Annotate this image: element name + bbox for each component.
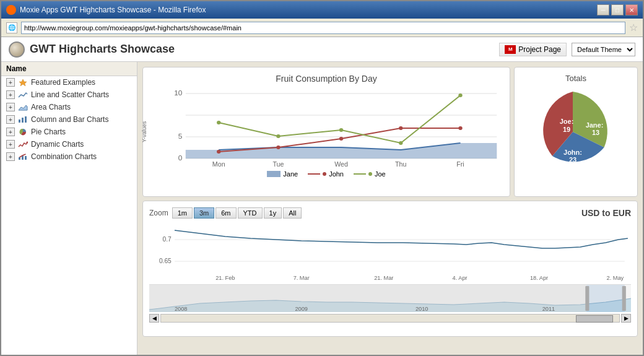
svg-text:Wed: Wed bbox=[334, 161, 348, 168]
scrollbar: ◀ ▶ bbox=[149, 314, 631, 323]
fruit-chart-panel: Fruit Consumption By Day Y-values bbox=[142, 67, 510, 197]
svg-point-30 bbox=[339, 128, 343, 132]
svg-point-32 bbox=[458, 93, 462, 97]
firefox-icon bbox=[6, 5, 16, 15]
svg-rect-7 bbox=[19, 157, 20, 160]
sidebar-item-area[interactable]: + Area Charts bbox=[1, 101, 137, 113]
zoom-1y[interactable]: 1y bbox=[264, 207, 282, 219]
svg-text:2008: 2008 bbox=[175, 306, 187, 312]
browser-window: Moxie Apps GWT Highcharts Showcase - Moz… bbox=[0, 0, 644, 356]
window-title: Moxie Apps GWT Highcharts Showcase - Moz… bbox=[20, 6, 206, 14]
svg-rect-3 bbox=[22, 118, 24, 123]
legend-john-color bbox=[308, 173, 320, 175]
close-button[interactable]: ✕ bbox=[625, 4, 638, 15]
combo-chart-icon bbox=[17, 152, 28, 161]
sidebar-label-line: Line and Scatter Charts bbox=[31, 90, 109, 99]
svg-point-26 bbox=[399, 126, 402, 130]
legend-jane-label: Jane bbox=[283, 170, 298, 178]
expand-column[interactable]: + bbox=[6, 115, 15, 124]
app-header: GWT Highcharts Showcase M Project Page D… bbox=[1, 37, 643, 62]
main-layout: Name + Featured Examples + Line and Scat… bbox=[1, 62, 643, 355]
totals-chart-panel: Totals Joe: bbox=[514, 67, 638, 197]
svg-marker-0 bbox=[19, 79, 27, 86]
svg-rect-44 bbox=[149, 285, 586, 312]
jane-value: 13 bbox=[592, 129, 599, 136]
zoom-ytd[interactable]: YTD bbox=[238, 207, 263, 219]
svg-text:2010: 2010 bbox=[416, 306, 428, 312]
svg-rect-9 bbox=[25, 156, 27, 160]
y-axis-label: Y-values bbox=[141, 113, 147, 142]
pie-chart-container: Joe: 19 Jane: 13 John: 23 bbox=[521, 85, 631, 178]
line-chart-icon bbox=[17, 90, 28, 99]
sidebar-label-area: Area Charts bbox=[31, 103, 71, 111]
sidebar: Name + Featured Examples + Line and Scat… bbox=[1, 62, 137, 355]
bookmark-icon[interactable]: ☆ bbox=[629, 22, 638, 33]
totals-title: Totals bbox=[521, 74, 631, 83]
scroll-left-button[interactable]: ◀ bbox=[149, 314, 159, 323]
sidebar-item-column[interactable]: + Column and Bar Charts bbox=[1, 113, 137, 126]
svg-rect-51 bbox=[622, 286, 626, 311]
svg-point-27 bbox=[458, 126, 462, 130]
joe-label: Joe: bbox=[560, 118, 574, 125]
zoom-all[interactable]: All bbox=[283, 207, 302, 219]
legend-john: John bbox=[308, 170, 344, 178]
legend-joe-label: Joe bbox=[375, 170, 386, 178]
scroll-right-button[interactable]: ▶ bbox=[621, 314, 631, 323]
fruit-chart-title: Fruit Consumption By Day bbox=[149, 74, 503, 84]
zoom-6m[interactable]: 6m bbox=[215, 207, 236, 219]
svg-text:Thu: Thu bbox=[395, 161, 407, 168]
moxie-logo: M bbox=[505, 45, 516, 54]
joe-value: 19 bbox=[563, 126, 570, 133]
svg-rect-50 bbox=[585, 286, 589, 311]
sidebar-item-featured[interactable]: + Featured Examples bbox=[1, 76, 137, 89]
window-controls[interactable]: ─ □ ✕ bbox=[597, 4, 638, 15]
fruit-chart-legend: Jane John Joe bbox=[149, 170, 503, 178]
fruit-chart-svg: 10 5 0 Mon Tue Wed Thu Fri bbox=[159, 87, 503, 168]
content-area: Fruit Consumption By Day Y-values bbox=[137, 62, 643, 355]
expand-area[interactable]: + bbox=[6, 103, 15, 111]
expand-dynamic[interactable]: + bbox=[6, 140, 15, 149]
app-title: GWT Highcharts Showcase bbox=[30, 43, 175, 56]
sidebar-item-line[interactable]: + Line and Scatter Charts bbox=[1, 89, 137, 101]
expand-pie[interactable]: + bbox=[6, 128, 15, 136]
project-page-button[interactable]: M Project Page bbox=[499, 43, 567, 56]
zoom-label: Zoom bbox=[149, 209, 168, 217]
usd-chart-area: 0.7 0.65 21. Feb 7. Mar 21. Mar 4. Apr 1… bbox=[149, 221, 631, 283]
expand-combo[interactable]: + bbox=[6, 152, 15, 161]
zoom-1m[interactable]: 1m bbox=[172, 207, 193, 219]
scroll-thumb[interactable] bbox=[576, 315, 613, 323]
usd-chart-svg: 0.7 0.65 21. Feb 7. Mar 21. Mar 4. Apr 1… bbox=[149, 221, 631, 283]
project-page-label: Project Page bbox=[518, 45, 561, 54]
navigator-svg: 2008 2009 2010 2011 bbox=[149, 285, 631, 312]
legend-joe-color bbox=[354, 173, 366, 175]
dynamic-chart-icon bbox=[17, 140, 28, 149]
navigator-area: 2008 2009 2010 2011 bbox=[149, 284, 631, 311]
featured-icon bbox=[17, 78, 28, 87]
address-bar: 🌐 ☆ bbox=[1, 19, 643, 37]
sidebar-item-combo[interactable]: + Combination Charts bbox=[1, 150, 137, 163]
scroll-track[interactable] bbox=[160, 314, 620, 323]
zoom-3m[interactable]: 3m bbox=[194, 207, 214, 219]
legend-jane-color bbox=[267, 171, 281, 177]
svg-point-28 bbox=[217, 121, 220, 124]
address-input[interactable] bbox=[21, 22, 625, 34]
sidebar-item-pie[interactable]: + Pie Charts bbox=[1, 126, 137, 138]
svg-rect-2 bbox=[19, 119, 20, 123]
sidebar-label-dynamic: Dynamic Charts bbox=[31, 140, 84, 149]
sidebar-item-dynamic[interactable]: + Dynamic Charts bbox=[1, 138, 137, 150]
maximize-button[interactable]: □ bbox=[611, 4, 624, 15]
minimize-button[interactable]: ─ bbox=[597, 4, 609, 15]
jane-label: Jane: bbox=[586, 121, 604, 129]
title-bar: Moxie Apps GWT Highcharts Showcase - Moz… bbox=[1, 1, 643, 19]
svg-text:Fri: Fri bbox=[456, 161, 464, 168]
svg-point-31 bbox=[399, 141, 402, 145]
svg-text:4. Apr: 4. Apr bbox=[453, 275, 468, 281]
sidebar-label-combo: Combination Charts bbox=[31, 152, 97, 161]
app-header-right: M Project Page Default Theme Grid Theme … bbox=[499, 43, 635, 56]
theme-select[interactable]: Default Theme Grid Theme Dark Theme bbox=[572, 43, 635, 56]
expand-line[interactable]: + bbox=[6, 90, 15, 99]
sidebar-header: Name bbox=[1, 62, 137, 76]
sidebar-label-column: Column and Bar Charts bbox=[31, 115, 108, 124]
expand-featured[interactable]: + bbox=[6, 78, 15, 87]
page-icon: 🌐 bbox=[6, 22, 17, 33]
